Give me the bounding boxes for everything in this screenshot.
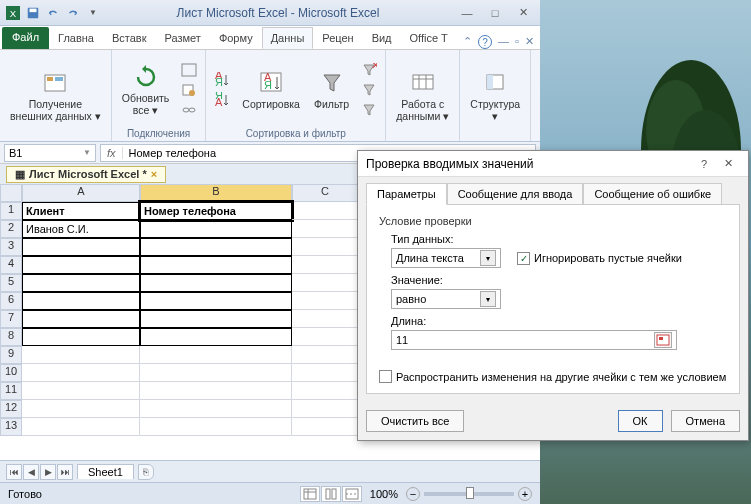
cell[interactable] [140, 364, 292, 382]
filter-button[interactable]: Фильтр [310, 67, 353, 113]
cell[interactable] [140, 346, 292, 364]
zoom-slider[interactable] [424, 492, 514, 496]
cell[interactable]: Иванов С.И. [22, 220, 140, 238]
clear-all-button[interactable]: Очистить все [366, 410, 464, 432]
row-header[interactable]: 9 [0, 346, 22, 364]
advanced-filter-icon[interactable] [359, 101, 379, 119]
sheet-nav-prev-icon[interactable]: ◀ [23, 464, 39, 480]
type-combobox[interactable]: Длина текста ▾ [391, 248, 501, 268]
sheet-nav-last-icon[interactable]: ⏭ [57, 464, 73, 480]
tab-formulas[interactable]: Форму [210, 27, 262, 49]
fx-icon[interactable]: fx [101, 147, 123, 159]
dialog-tab-error-alert[interactable]: Сообщение об ошибке [583, 183, 722, 205]
cell[interactable] [22, 382, 140, 400]
col-header[interactable]: A [22, 184, 140, 202]
row-header[interactable]: 6 [0, 292, 22, 310]
cell[interactable] [292, 382, 358, 400]
sort-button[interactable]: АЯ Сортировка [238, 67, 304, 113]
row-header[interactable]: 13 [0, 418, 22, 436]
cell[interactable] [140, 292, 292, 310]
cell[interactable] [292, 364, 358, 382]
maximize-button[interactable]: □ [482, 5, 508, 21]
select-all-corner[interactable] [0, 184, 22, 202]
row-header[interactable]: 12 [0, 400, 22, 418]
redo-icon[interactable] [64, 4, 82, 22]
row-header[interactable]: 10 [0, 364, 22, 382]
cell[interactable] [292, 292, 358, 310]
undo-icon[interactable] [44, 4, 62, 22]
refresh-all-button[interactable]: Обновить все ▾ [118, 61, 174, 118]
cell[interactable] [22, 418, 140, 436]
range-selector-icon[interactable] [654, 332, 672, 348]
cell[interactable] [292, 238, 358, 256]
row-header[interactable]: 11 [0, 382, 22, 400]
zoom-level[interactable]: 100% [370, 488, 398, 500]
tab-layout[interactable]: Размет [156, 27, 210, 49]
apply-changes-checkbox[interactable]: Распространить изменения на другие ячейк… [379, 370, 727, 383]
zoom-out-button[interactable]: − [406, 487, 420, 501]
cell[interactable] [140, 310, 292, 328]
ribbon-minimize-icon[interactable]: ⌃ [463, 35, 472, 49]
help-icon[interactable]: ? [478, 35, 492, 49]
clear-filter-icon[interactable]: ✕ [359, 61, 379, 79]
cell[interactable] [292, 346, 358, 364]
cell[interactable] [140, 418, 292, 436]
length-input[interactable]: 11 [391, 330, 677, 350]
sort-za-icon[interactable]: ЯА [212, 91, 232, 109]
mdi-close-icon[interactable]: ✕ [525, 35, 534, 49]
ignore-blank-checkbox[interactable]: ✓ Игнорировать пустые ячейки [517, 252, 682, 265]
tab-office[interactable]: Office T [401, 27, 457, 49]
row-header[interactable]: 8 [0, 328, 22, 346]
cell[interactable] [22, 328, 140, 346]
dialog-tab-input-message[interactable]: Сообщение для ввода [447, 183, 584, 205]
close-workbook-icon[interactable]: × [151, 168, 157, 180]
cell[interactable] [22, 256, 140, 274]
sheet-tab[interactable]: Sheet1 [77, 464, 134, 479]
cell[interactable] [292, 400, 358, 418]
cell[interactable] [292, 418, 358, 436]
cell[interactable]: Номер телефона [140, 202, 292, 220]
cell[interactable] [292, 256, 358, 274]
row-header[interactable]: 3 [0, 238, 22, 256]
cell[interactable] [22, 310, 140, 328]
row-header[interactable]: 4 [0, 256, 22, 274]
col-header[interactable]: B [140, 184, 292, 202]
row-header[interactable]: 1 [0, 202, 22, 220]
cell[interactable] [22, 346, 140, 364]
zoom-in-button[interactable]: + [518, 487, 532, 501]
view-page-layout-icon[interactable] [321, 486, 341, 502]
cell[interactable] [292, 328, 358, 346]
tab-view[interactable]: Вид [363, 27, 401, 49]
dialog-close-button[interactable]: ✕ [716, 154, 740, 174]
tab-home[interactable]: Главна [49, 27, 103, 49]
view-page-break-icon[interactable] [342, 486, 362, 502]
cancel-button[interactable]: Отмена [671, 410, 740, 432]
data-tools-button[interactable]: Работа с данными ▾ [392, 67, 453, 124]
connections-icon[interactable] [179, 61, 199, 79]
value-combobox[interactable]: равно ▾ [391, 289, 501, 309]
formula-input[interactable]: Номер телефона [123, 147, 222, 159]
edit-links-icon[interactable] [179, 101, 199, 119]
external-data-button[interactable]: Получение внешних данных ▾ [6, 67, 105, 124]
cell[interactable] [140, 382, 292, 400]
row-header[interactable]: 5 [0, 274, 22, 292]
cell[interactable] [292, 274, 358, 292]
cell[interactable] [22, 274, 140, 292]
cell[interactable] [140, 256, 292, 274]
row-header[interactable]: 2 [0, 220, 22, 238]
cell[interactable] [22, 292, 140, 310]
cell[interactable] [140, 328, 292, 346]
dialog-help-button[interactable]: ? [692, 154, 716, 174]
sheet-nav-next-icon[interactable]: ▶ [40, 464, 56, 480]
dropdown-icon[interactable]: ▾ [480, 250, 496, 266]
dialog-tab-settings[interactable]: Параметры [366, 183, 447, 205]
row-header[interactable]: 7 [0, 310, 22, 328]
cell[interactable] [140, 220, 292, 238]
cell[interactable] [22, 238, 140, 256]
reapply-icon[interactable] [359, 81, 379, 99]
cell[interactable]: Клиент [22, 202, 140, 220]
minimize-button[interactable]: — [454, 5, 480, 21]
cell[interactable] [22, 364, 140, 382]
properties-icon[interactable] [179, 81, 199, 99]
sort-az-icon[interactable]: АЯ [212, 71, 232, 89]
